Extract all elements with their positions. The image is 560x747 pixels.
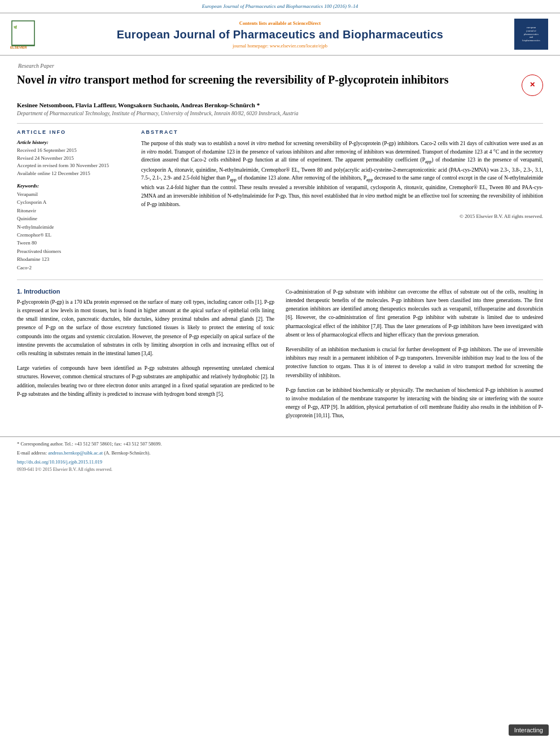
corresponding-note: * Corresponding author. Tel.: +43 512 50… (17, 440, 543, 448)
keyword-ritonavir: Ritonavir (17, 207, 130, 215)
introduction-section: 1. Introduction P-glycoprotein (P-gp) is… (17, 288, 543, 421)
keyword-rhodamine: Rhodamine 123 (17, 255, 130, 263)
keywords-block: Keywords: Verapamil Cyclosporin A Ritona… (17, 183, 130, 272)
article-info-title: ARTICLE INFO (17, 129, 130, 135)
received-date: Received 16 September 2015 (17, 147, 130, 155)
homepage-label: journal homepage: (233, 43, 269, 49)
email-label: E-mail address: (17, 450, 47, 456)
sciencedirect-line: Contents lists available at ScienceDirec… (55, 20, 505, 26)
paper-title-text: Novel in vitro transport method for scre… (17, 72, 522, 87)
elsevier-logo: 🌿 ELSEVIER (9, 18, 49, 50)
history-label: Article history: (17, 139, 130, 145)
keyword-nem: N-ethylmaleimide (17, 223, 130, 231)
paper-category: Research Paper (18, 63, 543, 69)
email-note: E-mail address: andreas.bernkop@uibk.ac.… (17, 449, 543, 457)
introduction-col-left: 1. Introduction P-glycoprotein (P-gp) is… (17, 288, 274, 421)
journal-homepage: journal homepage: www.elsevier.com/locat… (55, 43, 505, 49)
intro-body-right-para2: Reversibility of an inhibition mechanism… (286, 346, 543, 380)
revised-date: Revised 24 November 2015 (17, 155, 130, 163)
corresponding-text: * Corresponding author. Tel.: +43 512 50… (17, 441, 162, 447)
affiliation-text: Department of Pharmaceutical Technology,… (17, 111, 543, 116)
abstract-title: ABSTRACT (141, 129, 543, 135)
keyword-cyclosporin: Cyclosporin A (17, 198, 130, 206)
intro-body-left-para2: Large varieties of compounds have been i… (17, 364, 274, 399)
journal-logo-right: europeanjournal ofpharmaceuticsandbiopha… (511, 19, 551, 50)
section-divider (17, 279, 543, 280)
contents-available-text: Contents lists available at (239, 20, 292, 26)
page-footer: * Corresponding author. Tel.: +43 512 50… (0, 436, 560, 473)
abstract-text: The purpose of this study was to establi… (141, 139, 543, 209)
authors-line: Kesinee Netsomboon, Flavia Laffleur, Won… (17, 102, 543, 108)
authors-text: Kesinee Netsomboon, Flavia Laffleur, Won… (17, 102, 260, 108)
sciencedirect-link-text[interactable]: ScienceDirect (293, 20, 321, 26)
keyword-thiomers: Preactivated thiomers (17, 247, 130, 255)
keyword-quinidine: Quinidine (17, 215, 130, 222)
paper-title-area: Novel in vitro transport method for scre… (17, 72, 543, 96)
keyword-tween: Tween 80 (17, 239, 130, 247)
journal-title-block: Contents lists available at ScienceDirec… (55, 20, 505, 49)
article-history-block: Article history: Received 16 September 2… (17, 139, 130, 177)
main-content: Research Paper Novel in vitro transport … (0, 56, 560, 427)
footer-issn: 0939-641 I/© 2015 Elsevier B.V. All righ… (17, 467, 543, 472)
email-address[interactable]: andreas.bernkop@uibk.ac.at (48, 450, 103, 456)
keywords-label: Keywords: (17, 183, 130, 189)
article-info-col: ARTICLE INFO Article history: Received 1… (17, 129, 130, 272)
article-info-abstract-section: ARTICLE INFO Article history: Received 1… (17, 123, 543, 272)
introduction-col-right: Co-administration of P-gp substrate with… (286, 288, 543, 421)
journal-name: European Journal of Pharmaceutics and Bi… (55, 28, 505, 41)
abstract-col: ABSTRACT The purpose of this study was t… (141, 129, 543, 272)
svg-text:ELSEVIER: ELSEVIER (10, 46, 27, 49)
available-date: Available online 12 December 2015 (17, 170, 130, 178)
svg-rect-0 (12, 21, 34, 46)
keyword-caco2: Caco-2 (17, 264, 130, 272)
svg-text:🌿: 🌿 (14, 25, 18, 29)
page-status-area: Interacting (509, 724, 549, 736)
accepted-date: Accepted in revised form 30 November 201… (17, 162, 130, 170)
journal-citation: European Journal of Pharmaceutics and Bi… (202, 3, 358, 9)
intro-body-right-para3: P-gp function can be inhibited biochemic… (286, 386, 543, 421)
intro-body-left: P-glycoprotein (P-gp) is a 170 kDa prote… (17, 298, 274, 358)
crossmark-icon: ✕ (530, 81, 535, 90)
in-vitro-italic: in vitro (47, 73, 81, 86)
journal-header: 🌿 ELSEVIER Contents lists available at S… (0, 12, 560, 56)
footer-links: http://dx.doi.org/10.1016/j.ejpb.2015.11… (17, 459, 543, 465)
journal-info-bar: European Journal of Pharmaceutics and Bi… (0, 0, 560, 12)
homepage-url[interactable]: www.elsevier.com/locate/ejpb (270, 43, 327, 49)
ejpb-logo-box: europeanjournal ofpharmaceuticsandbiopha… (514, 19, 548, 50)
email-suffix: (A. Bernkop-Schnürch). (104, 450, 150, 456)
doi-link[interactable]: http://dx.doi.org/10.1016/j.ejpb.2015.11… (17, 459, 102, 465)
copyright-text: © 2015 Elsevier B.V. All rights reserved… (141, 213, 543, 219)
introduction-heading: 1. Introduction (17, 288, 274, 295)
crossmark-badge: ✕ (522, 75, 543, 96)
keyword-verapamil: Verapamil (17, 190, 130, 198)
intro-body-right-para1: Co-administration of P-gp substrate with… (286, 288, 543, 339)
keyword-cremophor: Cremophor® EL (17, 231, 130, 239)
interacting-badge: Interacting (509, 724, 549, 736)
